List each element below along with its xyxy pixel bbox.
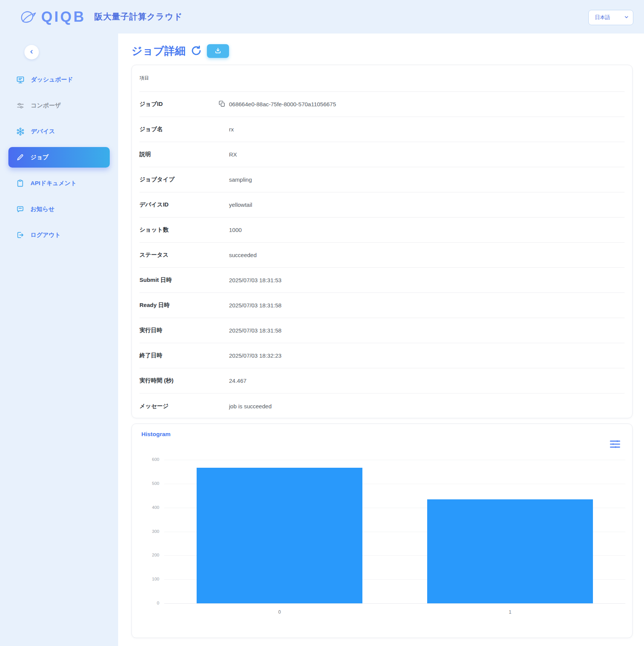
x-axis-tick: 0 <box>278 609 281 615</box>
y-axis-tick: 0 <box>143 601 159 605</box>
logo-text: QIQB <box>41 9 86 25</box>
sidebar-item-api-document[interactable]: APIドキュメント <box>8 173 110 193</box>
row-label: 実行日時 <box>139 327 218 334</box>
table-row: 説明RX <box>139 142 625 167</box>
row-label: Ready 日時 <box>139 302 218 309</box>
sidebar-item-notifications[interactable]: お知らせ <box>8 199 110 219</box>
row-label: メッセージ <box>139 403 218 410</box>
job-detail-card: 項目 ジョブID068664e0-88ac-75fe-8000-570a1105… <box>131 65 633 418</box>
row-value: yellowtail <box>229 201 252 208</box>
table-row: ジョブタイプsampling <box>139 167 625 192</box>
row-value: sampling <box>229 176 252 183</box>
app-header: QIQB 阪大量子計算クラウド 日本語 <box>0 0 644 34</box>
api-document-icon <box>16 179 24 187</box>
app-title: 阪大量子計算クラウド <box>94 11 183 22</box>
row-value: job is succeeded <box>229 403 272 409</box>
detail-table-header: 項目 <box>139 65 625 92</box>
y-axis-tick: 100 <box>143 577 159 581</box>
histogram-card: Histogram 010020030040050060001 <box>131 424 633 638</box>
language-select-value: 日本語 <box>595 14 610 21</box>
logout-icon <box>16 231 24 239</box>
table-row: メッセージjob is succeeded <box>139 393 625 419</box>
download-button[interactable] <box>207 44 229 58</box>
row-label: 実行時間 (秒) <box>139 377 218 384</box>
row-value: 2025/07/03 18:31:53 <box>229 277 282 283</box>
grid-line <box>164 603 625 604</box>
table-row: ショット数1000 <box>139 217 625 243</box>
histogram-bar[interactable] <box>427 499 593 603</box>
dashboard-icon <box>16 75 25 84</box>
sidebar: ダッシュボード コンポーザ <box>0 34 118 646</box>
y-axis-tick: 500 <box>143 481 159 486</box>
row-label: ジョブ名 <box>139 126 218 133</box>
main-content: ジョブ詳細 項目 ジョブID068664e0-88ac-75fe-8000-57… <box>118 34 644 638</box>
table-row: Submit 日時2025/07/03 18:31:53 <box>139 268 625 293</box>
sidebar-item-dashboard[interactable]: ダッシュボード <box>8 69 110 90</box>
table-row: ステータスsucceeded <box>139 243 625 268</box>
table-row: Ready 日時2025/07/03 18:31:58 <box>139 293 625 318</box>
sidebar-menu: ダッシュボード コンポーザ <box>0 64 118 245</box>
composer-icon <box>16 101 25 110</box>
row-value: RX <box>229 151 237 158</box>
row-value: 2025/07/03 18:31:58 <box>229 302 282 309</box>
sidebar-item-jobs[interactable]: ジョブ <box>8 147 110 168</box>
row-value: 24.467 <box>229 377 247 384</box>
sidebar-item-label: ダッシュボード <box>31 76 73 84</box>
refresh-icon <box>191 45 202 58</box>
row-value: succeeded <box>229 252 257 258</box>
page-title: ジョブ詳細 <box>131 44 186 58</box>
sidebar-item-logout[interactable]: ログアウト <box>8 225 110 245</box>
copy-icon <box>218 100 226 109</box>
refresh-button[interactable] <box>191 45 202 58</box>
histogram-chart: 010020030040050060001 <box>132 424 632 638</box>
row-value: 2025/07/03 18:31:58 <box>229 327 282 334</box>
qiqb-logo-icon <box>20 8 37 26</box>
sidebar-item-label: デバイス <box>31 128 55 136</box>
y-axis-tick: 200 <box>143 553 159 557</box>
sidebar-item-composer[interactable]: コンポーザ <box>8 95 110 116</box>
row-value: 068664e0-88ac-75fe-8000-570a11056675 <box>229 101 336 107</box>
row-label: デバイスID <box>139 201 218 208</box>
sidebar-item-devices[interactable]: デバイス <box>8 121 110 142</box>
download-icon <box>214 47 222 56</box>
y-axis-tick: 400 <box>143 505 159 510</box>
table-row: 実行時間 (秒)24.467 <box>139 368 625 393</box>
chevron-down-icon <box>624 14 629 21</box>
language-select[interactable]: 日本語 <box>588 10 633 25</box>
histogram-bar[interactable] <box>197 468 363 603</box>
sidebar-item-label: ジョブ <box>30 154 49 162</box>
copy-slot <box>218 100 229 109</box>
devices-icon <box>16 127 25 136</box>
row-label: ジョブタイプ <box>139 176 218 183</box>
grid-line <box>164 460 625 460</box>
row-label: 終了日時 <box>139 352 218 359</box>
detail-table-body: ジョブID068664e0-88ac-75fe-8000-570a1105667… <box>139 92 625 419</box>
sidebar-collapse-button[interactable] <box>24 45 39 59</box>
job-pen-icon <box>16 153 24 162</box>
sidebar-item-label: コンポーザ <box>31 102 61 110</box>
row-value: rx <box>229 126 234 133</box>
row-label: 説明 <box>139 151 218 158</box>
sidebar-item-label: APIドキュメント <box>30 179 77 187</box>
table-row: デバイスIDyellowtail <box>139 192 625 217</box>
row-label: ショット数 <box>139 226 218 233</box>
notifications-icon <box>16 205 24 213</box>
table-row: 終了日時2025/07/03 18:32:23 <box>139 343 625 368</box>
row-value: 1000 <box>229 227 242 233</box>
row-label: Submit 日時 <box>139 277 218 284</box>
y-axis-tick: 300 <box>143 529 159 534</box>
row-value: 2025/07/03 18:32:23 <box>229 352 282 359</box>
table-row: ジョブID068664e0-88ac-75fe-8000-570a1105667… <box>139 92 625 117</box>
chevron-left-icon <box>28 48 35 56</box>
copy-button[interactable] <box>218 100 226 109</box>
table-row: ジョブ名rx <box>139 117 625 142</box>
sidebar-item-label: ログアウト <box>30 231 61 239</box>
row-label: ジョブID <box>139 101 218 108</box>
table-row: 実行日時2025/07/03 18:31:58 <box>139 318 625 343</box>
row-label: ステータス <box>139 251 218 259</box>
logo: QIQB 阪大量子計算クラウド <box>20 8 183 26</box>
sidebar-item-label: お知らせ <box>30 205 54 213</box>
y-axis-tick: 600 <box>143 457 159 462</box>
x-axis-tick: 1 <box>509 609 511 615</box>
